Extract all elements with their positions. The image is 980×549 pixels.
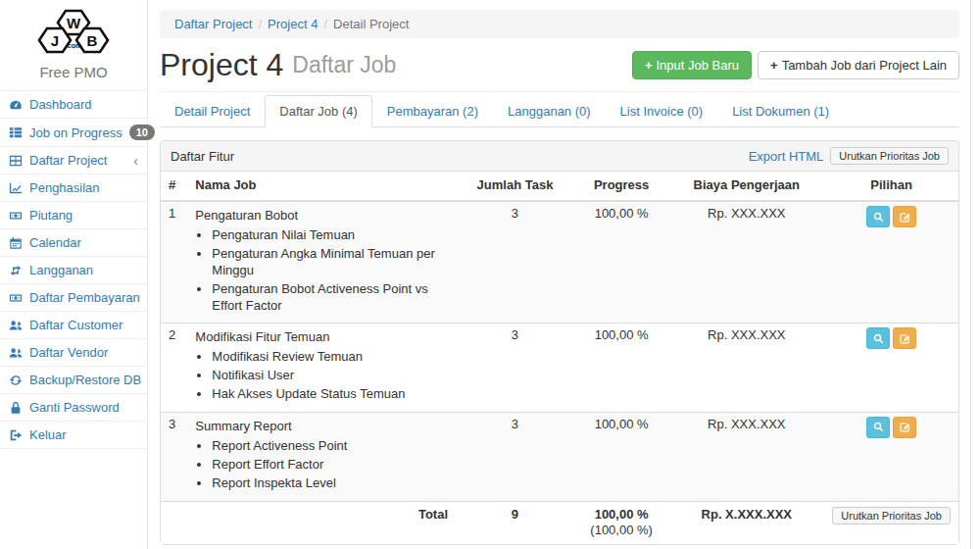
repeat-icon xyxy=(9,264,23,277)
sidebar-item-label: Daftar Vendor xyxy=(29,345,108,360)
pilihan-cell xyxy=(824,201,958,324)
jwb-hexagon-logo: W J B .com xyxy=(30,7,117,58)
breadcrumb-item[interactable]: Project 4 xyxy=(268,17,318,31)
subtask-list: Modifikasi Review TemuanNotifikasi UserH… xyxy=(195,348,448,404)
progress-cell: 100,00 % xyxy=(574,201,668,324)
export-html-link[interactable]: Export HTML xyxy=(749,149,824,164)
progress-cell: 100,00 % xyxy=(574,324,668,413)
total-actions-cell: Urutkan Prioritas Job xyxy=(824,501,958,544)
table-row: 3Summary ReportReport Activeness PointRe… xyxy=(161,412,958,501)
plus-icon: + xyxy=(645,58,653,73)
users-icon xyxy=(9,319,23,332)
job-name-cell: Pengaturan BobotPengaturan Nilai TemuanP… xyxy=(187,201,456,324)
sidebar-item-daftar-vendor[interactable]: Daftar Vendor xyxy=(0,339,147,367)
view-job-button[interactable] xyxy=(866,327,890,349)
edit-icon xyxy=(899,211,911,224)
sidebar-item-label: Daftar Project xyxy=(29,153,107,168)
app-window: W J B .com Free PMO DashboardJob on Prog… xyxy=(0,0,980,549)
sidebar-item-daftar-pembayaran[interactable]: Daftar Pembayaran xyxy=(0,284,147,312)
sidebar-item-keluar[interactable]: Keluar xyxy=(0,422,147,449)
subtask-item: Pengaturan Nilai Temuan xyxy=(212,226,448,245)
sidebar-item-backup-restore-db[interactable]: Backup/Restore DB xyxy=(0,367,147,394)
sidebar-item-daftar-customer[interactable]: Daftar Customer xyxy=(0,312,147,339)
panels-container: Daftar FiturExport HTMLUrutkan Prioritas… xyxy=(160,140,959,549)
subtask-item: Pengaturan Bobot Activeness Point vs Eff… xyxy=(212,280,448,316)
pilihan-cell xyxy=(824,324,958,413)
total-label: Total xyxy=(187,501,456,544)
view-job-button[interactable] xyxy=(866,417,890,438)
jwb-logo: W J B .com xyxy=(0,0,147,61)
column-header: Biaya Pengerjaan xyxy=(668,172,824,201)
sidebar-item-label: Calendar xyxy=(29,235,81,250)
job-name: Pengaturan Bobot xyxy=(195,206,448,225)
dashboard-icon xyxy=(9,98,23,112)
edit-icon xyxy=(899,332,911,345)
column-header: Pilihan xyxy=(824,172,958,201)
money-icon xyxy=(9,291,23,305)
urutkan-prioritas-job-button[interactable]: Urutkan Prioritas Job xyxy=(832,507,951,524)
main-content: Daftar Project/Project 4/Detail Project … xyxy=(148,0,971,549)
chevron-left-icon: ‹ xyxy=(133,154,138,168)
sidebar-menu: DashboardJob on Progress10Daftar Project… xyxy=(0,90,147,449)
subtask-item: Pengaturan Angka Minimal Temuan per Ming… xyxy=(212,245,448,280)
subtask-item: Report Effort Factor xyxy=(212,456,448,474)
plus-icon: + xyxy=(770,58,778,73)
sidebar-item-label: Job on Progress xyxy=(29,125,122,140)
edit-job-button[interactable] xyxy=(893,417,916,438)
svg-text:B: B xyxy=(87,32,98,49)
input-job-baru-button[interactable]: +Input Job Baru xyxy=(632,51,752,79)
biaya-cell: Rp. XXX.XXX xyxy=(668,324,824,413)
tab-detail-project[interactable]: Detail Project xyxy=(160,95,265,127)
subtask-item: Hak Akses Update Status Temuan xyxy=(212,385,448,404)
job-name-cell: Modifikasi Fitur TemuanModifikasi Review… xyxy=(187,324,456,413)
calendar-icon xyxy=(9,236,23,250)
column-header: Jumlah Task xyxy=(456,172,574,201)
users-icon xyxy=(9,346,23,360)
tab-bar: Detail ProjectDaftar Job (4)Pembayaran (… xyxy=(160,95,959,127)
tambah-job-button[interactable]: +Tambah Job dari Project Lain xyxy=(758,51,959,79)
sidebar-item-penghasilan[interactable]: Penghasilan xyxy=(0,175,147,202)
sidebar-item-job-on-progress[interactable]: Job on Progress10 xyxy=(0,119,147,147)
table-row: 1Pengaturan BobotPengaturan Nilai Temuan… xyxy=(161,201,958,324)
total-progress: 100,00 % (100,00 %) xyxy=(574,501,668,544)
view-job-button[interactable] xyxy=(866,206,890,227)
sidebar-item-dashboard[interactable]: Dashboard xyxy=(0,91,147,119)
sidebar-item-ganti-password[interactable]: Ganti Password xyxy=(0,394,147,422)
list-icon xyxy=(9,125,23,139)
svg-text:W: W xyxy=(67,15,81,31)
breadcrumb-separator: / xyxy=(323,17,327,31)
sidebar-item-daftar-project[interactable]: Daftar Project‹ xyxy=(0,147,147,175)
sidebar-item-label: Dashboard xyxy=(29,97,92,112)
row-number: 2 xyxy=(161,324,187,413)
svg-text:.com: .com xyxy=(66,42,81,49)
subtask-item: Report Inspekta Level xyxy=(212,474,448,493)
sidebar: W J B .com Free PMO DashboardJob on Prog… xyxy=(0,0,148,549)
urutkan-prioritas-job-button[interactable]: Urutkan Prioritas Job xyxy=(830,147,949,165)
search-icon xyxy=(872,332,885,345)
total-progress-extra: (100,00 %) xyxy=(590,523,653,537)
total-progress-value: 100,00 % xyxy=(595,507,649,522)
edit-job-button[interactable] xyxy=(893,206,916,227)
signout-icon xyxy=(9,428,23,442)
subtask-list: Report Activeness PointReport Effort Fac… xyxy=(195,437,448,493)
refresh-icon xyxy=(9,374,23,387)
column-header: Nama Job xyxy=(187,172,456,201)
tab-langganan-0-[interactable]: Langganan (0) xyxy=(493,95,606,127)
row-number: 3 xyxy=(161,412,187,501)
tab-list-invoice-0-[interactable]: List Invoice (0) xyxy=(606,95,718,127)
search-icon xyxy=(872,211,885,224)
sidebar-item-piutang[interactable]: Piutang xyxy=(0,202,147,229)
tab-pembayaran-2-[interactable]: Pembayaran (2) xyxy=(372,95,493,127)
sidebar-item-calendar[interactable]: Calendar xyxy=(0,229,147,257)
tab-daftar-job-4-[interactable]: Daftar Job (4) xyxy=(265,95,371,127)
panel-heading: Daftar FiturExport HTMLUrutkan Prioritas… xyxy=(161,141,958,172)
breadcrumb-item[interactable]: Daftar Project xyxy=(174,17,252,31)
brand-name: Free PMO xyxy=(0,61,147,90)
page-subtitle: Daftar Job xyxy=(292,52,396,78)
tab-list-dokumen-1-[interactable]: List Dokumen (1) xyxy=(717,95,844,127)
line-chart-icon xyxy=(9,181,23,195)
edit-job-button[interactable] xyxy=(893,327,916,349)
jumlah-task-cell: 3 xyxy=(456,201,574,324)
sidebar-item-langganan[interactable]: Langganan xyxy=(0,257,147,284)
breadcrumb: Daftar Project/Project 4/Detail Project xyxy=(160,10,959,38)
